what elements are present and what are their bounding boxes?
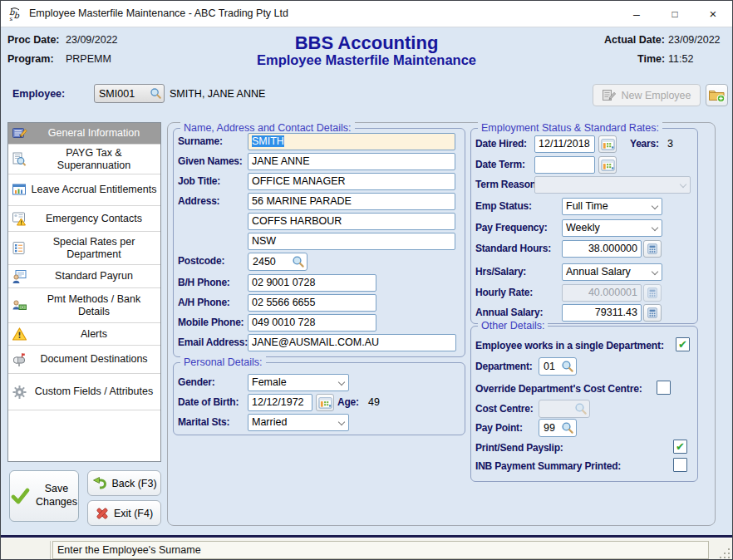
hrs-salary-select[interactable]: Annual Salary — [562, 263, 662, 281]
standard-hours-calc-button[interactable] — [643, 240, 662, 258]
single-department-checkbox[interactable]: ✔ — [676, 337, 690, 351]
pay-point-label: Pay Point: — [475, 422, 523, 434]
address-line1-field[interactable]: 56 MARINE PARADE — [248, 193, 455, 210]
dob-calendar-button[interactable] — [316, 394, 334, 411]
sidebar-item-document-destinations[interactable]: Document Destinations — [8, 346, 160, 374]
chevron-down-icon — [652, 268, 658, 275]
mobile-phone-field[interactable]: 049 0010 728 — [248, 314, 376, 332]
sidebar-item-emergency-contacts[interactable]: Emergency Contacts — [8, 206, 160, 232]
form-edit-icon — [12, 125, 27, 141]
sidebar-item-leave-accrual-entitlements[interactable]: Leave Accrual Entitlements — [8, 174, 160, 206]
term-reason-select[interactable] — [534, 176, 691, 194]
email-address-label: Email Address: — [178, 336, 248, 348]
search-icon[interactable] — [150, 87, 162, 100]
surname-field[interactable]: SMITH — [248, 133, 455, 150]
open-employee-folder-button[interactable] — [706, 84, 728, 106]
minimize-button[interactable]: – — [617, 1, 656, 27]
sidebar-item-label: Pmt Methods / Bank Details — [8, 293, 160, 318]
sidebar-item-label: Leave Accrual Entitlements — [8, 184, 160, 196]
other-details-fieldset: Other Details: Employee works in a singl… — [470, 326, 698, 482]
annual-salary-value[interactable]: 79311.43 — [562, 304, 642, 322]
sidebar-item-pmt-methods-bank-details[interactable]: Pmt Methods / Bank Details — [8, 288, 160, 323]
calculator-icon — [647, 243, 658, 255]
sidebar: General Information PAYG Tax & Superannu… — [7, 122, 161, 462]
dob-field[interactable]: 12/12/1972 — [248, 394, 312, 411]
address-line3-field[interactable]: NSW — [248, 233, 455, 250]
employee-code-value: SMI001 — [99, 88, 135, 100]
back-button[interactable]: Back (F3) — [87, 470, 161, 496]
chevron-down-icon — [652, 203, 658, 209]
department-value: 01 — [544, 361, 555, 372]
calendar-icon — [601, 138, 615, 150]
check-icon: ✔ — [676, 441, 685, 452]
dob-label: Date of Birth: — [178, 396, 239, 408]
gender-label: Gender: — [178, 376, 215, 388]
contact-warning-icon — [12, 211, 27, 227]
resize-grip[interactable] — [719, 548, 730, 558]
date-term-calendar-button[interactable] — [598, 156, 617, 174]
sidebar-item-custom-fields-attributes[interactable]: Custom Fields / Attributes — [8, 374, 160, 410]
given-names-field[interactable]: JANE ANNE — [248, 153, 455, 170]
maximize-button[interactable]: □ — [656, 1, 694, 27]
annual-salary-calc-button[interactable] — [643, 304, 662, 322]
actual-date-label: Actual Date: — [604, 34, 665, 46]
date-term-field[interactable] — [534, 156, 595, 174]
override-cost-centre-label: Override Department's Cost Centre: — [475, 383, 642, 395]
job-title-field[interactable]: OFFICE MANAGER — [248, 173, 455, 190]
exit-button[interactable]: Exit (F4) — [87, 500, 161, 526]
single-department-label: Employee works in a single Department: — [475, 340, 664, 351]
close-button[interactable]: × — [694, 1, 732, 27]
employee-name: SMITH, JANE ANNE — [170, 88, 265, 100]
sidebar-item-label: Alerts — [8, 328, 160, 341]
minimize-icon: – — [633, 7, 640, 21]
new-employee-button[interactable]: New Employee — [593, 84, 701, 106]
sidebar-item-general-information[interactable]: General Information — [8, 123, 160, 145]
save-changes-button[interactable]: Save Changes — [9, 470, 79, 522]
close-icon: × — [710, 7, 717, 21]
date-hired-field[interactable]: 12/11/2018 — [534, 135, 595, 153]
search-icon[interactable] — [561, 421, 574, 435]
standard-hours-field[interactable]: 38.000000 — [562, 240, 662, 258]
department-field[interactable]: 01 — [539, 357, 577, 376]
address-line2-field[interactable]: COFFS HARBOUR — [248, 213, 455, 230]
ah-phone-field[interactable]: 02 5566 6655 — [248, 294, 376, 312]
postcode-field[interactable]: 2450 — [248, 253, 307, 271]
sidebar-item-special-rates-per-department[interactable]: Special Rates per Department — [8, 232, 160, 265]
standard-hours-value[interactable]: 38.000000 — [562, 240, 642, 258]
email-address-field[interactable]: JANE@AUSMAIL.COM.AU — [248, 334, 456, 351]
marital-status-select[interactable]: Married — [248, 414, 349, 431]
chevron-down-icon — [338, 379, 345, 386]
gender-select[interactable]: Female — [248, 374, 349, 391]
bh-phone-field[interactable]: 02 9001 0728 — [248, 274, 376, 292]
exit-button-label: Exit (F4) — [114, 508, 153, 519]
inb-summary-checkbox[interactable] — [673, 458, 687, 472]
print-payslip-checkbox[interactable]: ✔ — [673, 440, 687, 454]
annual-salary-label: Annual Salary: — [475, 307, 543, 318]
date-hired-calendar-button[interactable] — [598, 135, 617, 153]
pay-frequency-value: Weekly — [566, 222, 600, 234]
address-label: Address: — [178, 195, 219, 207]
emp-status-label: Emp Status: — [475, 200, 532, 212]
postcode-label: Postcode: — [178, 255, 224, 267]
sidebar-item-standard-payrun[interactable]: Standard Payrun — [8, 265, 160, 288]
emp-status-select[interactable]: Full Time — [562, 198, 662, 215]
sidebar-item-payg-tax-superannuation[interactable]: PAYG Tax & Superannuation — [8, 145, 160, 174]
employee-code-field[interactable]: SMI001 — [94, 84, 165, 103]
status-message: Enter the Employee's Surname — [57, 544, 201, 556]
sidebar-item-label: Standard Payrun — [8, 270, 160, 282]
search-icon[interactable] — [292, 255, 305, 268]
pay-point-field[interactable]: 99 — [539, 419, 577, 437]
cost-centre-field — [539, 400, 590, 418]
marital-status-label: Marital Sts: — [178, 416, 229, 428]
maximize-icon: □ — [672, 8, 677, 20]
sidebar-item-alerts[interactable]: Alerts — [8, 323, 160, 346]
hourly-rate-label: Hourly Rate: — [475, 287, 533, 298]
app-window: b b s Employee Masterfile Maintenance - … — [0, 0, 733, 560]
term-reason-label: Term Reason: — [475, 179, 539, 190]
annual-salary-field[interactable]: 79311.43 — [562, 304, 662, 322]
override-cost-centre-checkbox[interactable] — [657, 381, 671, 395]
surname-label: Surname: — [178, 135, 223, 147]
search-icon[interactable] — [561, 360, 574, 373]
pay-frequency-select[interactable]: Weekly — [562, 219, 662, 237]
years-value: 3 — [667, 138, 673, 150]
